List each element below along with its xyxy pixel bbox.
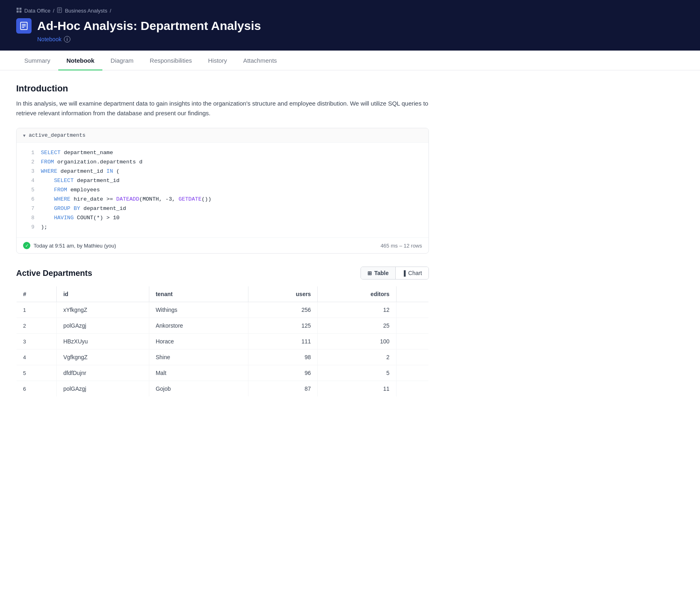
active-departments-section: Active Departments ⊞ Table ▐ Chart # id …	[16, 267, 429, 397]
line-content-7: GROUP BY department_id	[41, 204, 126, 214]
code-line-8: 8 HAVING COUNT(*) > 10	[17, 214, 428, 223]
svg-rect-1	[19, 8, 21, 10]
tab-history[interactable]: History	[200, 51, 235, 70]
cell-users: 125	[248, 318, 317, 334]
code-block: ▾ active_departments 1 SELECT department…	[16, 128, 429, 254]
line-content-2: FROM organization.departments d	[41, 158, 142, 167]
cell-tenant: Malt	[149, 365, 248, 381]
cell-users: 96	[248, 365, 317, 381]
tab-notebook[interactable]: Notebook	[58, 51, 102, 70]
info-icon[interactable]: i	[64, 36, 70, 42]
line-content-1: SELECT department_name	[41, 148, 113, 158]
run-status: Today at 9:51 am, by Mathieu (you)	[23, 242, 116, 249]
code-block-name: active_departments	[29, 132, 85, 138]
table-icon: ⊞	[367, 270, 372, 276]
success-indicator	[23, 242, 30, 249]
cell-editors: 11	[318, 381, 396, 397]
line-num-5: 5	[23, 186, 34, 195]
breadcrumb-sep2: /	[110, 8, 111, 14]
svg-rect-2	[17, 11, 19, 13]
intro-heading: Introduction	[16, 83, 429, 94]
breadcrumb: Data Office / Business Analysts /	[16, 7, 684, 14]
breadcrumb-org[interactable]: Data Office	[24, 8, 51, 14]
cell-id: dfdfDujnr	[57, 365, 149, 381]
code-line-4: 4 SELECT department_id	[17, 176, 428, 186]
line-num-6: 6	[23, 195, 34, 204]
cell-users: 256	[248, 302, 317, 318]
code-line-9: 9 );	[17, 223, 428, 232]
cell-id: xYfkgngZ	[57, 302, 149, 318]
cell-num: 5	[17, 365, 57, 381]
cell-extra	[396, 381, 428, 397]
breadcrumb-sep1: /	[53, 8, 55, 14]
tabs-bar: Summary Notebook Diagram Responsibilitie…	[0, 51, 700, 70]
line-num-7: 7	[23, 204, 34, 214]
tab-attachments[interactable]: Attachments	[235, 51, 285, 70]
data-table: # id tenant users editors 1 xYfkgngZ Wit…	[16, 286, 429, 397]
line-num-3: 3	[23, 167, 34, 176]
cell-extra	[396, 334, 428, 349]
breadcrumb-space[interactable]: Business Analysts	[65, 8, 107, 14]
cell-num: 6	[17, 381, 57, 397]
chart-icon: ▐	[402, 270, 406, 276]
dept-title: Active Departments	[16, 269, 92, 278]
cell-users: 111	[248, 334, 317, 349]
col-header-id: id	[57, 286, 149, 302]
page-title: Ad-Hoc Analysis: Department Analysis	[37, 19, 261, 33]
code-line-3: 3 WHERE department_id IN (	[17, 167, 428, 176]
cell-editors: 100	[318, 334, 396, 349]
line-num-1: 1	[23, 148, 34, 158]
code-body[interactable]: 1 SELECT department_name 2 FROM organiza…	[17, 143, 428, 237]
notebook-label[interactable]: Notebook	[37, 36, 62, 42]
cell-num: 4	[17, 349, 57, 365]
cell-extra	[396, 365, 428, 381]
view-toggle: ⊞ Table ▐ Chart	[361, 267, 429, 280]
line-num-2: 2	[23, 158, 34, 167]
code-line-5: 5 FROM employees	[17, 186, 428, 195]
code-line-2: 2 FROM organization.departments d	[17, 158, 428, 167]
cell-tenant: Shine	[149, 349, 248, 365]
cell-num: 1	[17, 302, 57, 318]
table-row: 6 polGAzgj Gojob 87 11	[17, 381, 429, 397]
cell-tenant: Gojob	[149, 381, 248, 397]
org-icon	[16, 7, 22, 14]
code-header[interactable]: ▾ active_departments	[17, 128, 428, 143]
line-content-8: HAVING COUNT(*) > 10	[41, 214, 119, 223]
chevron-icon: ▾	[23, 133, 25, 138]
cell-editors: 2	[318, 349, 396, 365]
table-header-row: # id tenant users editors	[17, 286, 429, 302]
cell-id: polGAzgj	[57, 318, 149, 334]
title-row: Ad-Hoc Analysis: Department Analysis	[16, 18, 684, 34]
line-num-9: 9	[23, 223, 34, 232]
notebook-icon-bc	[57, 7, 62, 14]
tab-summary[interactable]: Summary	[16, 51, 58, 70]
cell-editors: 25	[318, 318, 396, 334]
svg-rect-3	[19, 11, 21, 13]
table-row: 2 polGAzgj Ankorstore 125 25	[17, 318, 429, 334]
line-content-9: );	[41, 223, 47, 232]
dept-header: Active Departments ⊞ Table ▐ Chart	[16, 267, 429, 280]
line-content-4: SELECT department_id	[41, 176, 119, 186]
table-view-button[interactable]: ⊞ Table	[361, 267, 396, 279]
cell-users: 98	[248, 349, 317, 365]
chart-view-button[interactable]: ▐ Chart	[396, 267, 428, 279]
table-row: 1 xYfkgngZ Withings 256 12	[17, 302, 429, 318]
cell-extra	[396, 349, 428, 365]
line-num-4: 4	[23, 176, 34, 186]
code-footer: Today at 9:51 am, by Mathieu (you) 465 m…	[17, 237, 428, 253]
run-meta: Today at 9:51 am, by Mathieu (you)	[34, 243, 116, 249]
cell-tenant: Withings	[149, 302, 248, 318]
cell-id: polGAzgj	[57, 381, 149, 397]
line-content-5: FROM employees	[41, 186, 100, 195]
col-header-extra	[396, 286, 428, 302]
svg-rect-0	[17, 8, 19, 10]
table-row: 4 VgfkgngZ Shine 98 2	[17, 349, 429, 365]
notebook-icon-box	[16, 18, 32, 34]
cell-users: 87	[248, 381, 317, 397]
tab-diagram[interactable]: Diagram	[102, 51, 142, 70]
tab-responsibilities[interactable]: Responsibilities	[142, 51, 200, 70]
cell-num: 2	[17, 318, 57, 334]
table-row: 3 HBzXUyu Horace 111 100	[17, 334, 429, 349]
cell-id: VgfkgngZ	[57, 349, 149, 365]
table-row: 5 dfdfDujnr Malt 96 5	[17, 365, 429, 381]
